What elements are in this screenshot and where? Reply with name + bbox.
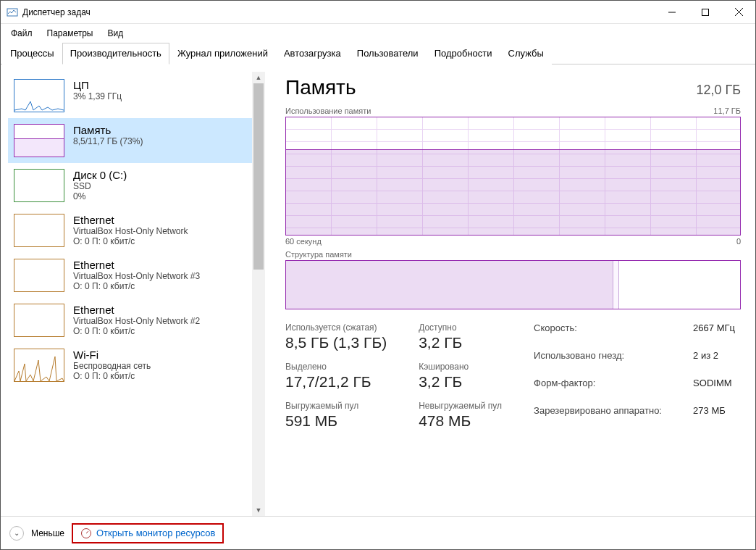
sidebar-item-sub2: О: 0 П: 0 кбит/с: [73, 281, 200, 291]
tab-users[interactable]: Пользователи: [349, 43, 427, 64]
stat-paged-label: Выгружаемый пул: [285, 401, 387, 411]
stat-avail-value: 3,2 ГБ: [419, 334, 502, 351]
sidebar-item-sub: VirtualBox Host-Only Network #3: [73, 271, 200, 281]
sidebar-item-sub: Беспроводная сеть: [73, 361, 151, 371]
page-title: Память: [285, 76, 356, 99]
sidebar-item-sub: VirtualBox Host-Only Network: [73, 226, 188, 236]
menu-file[interactable]: Файл: [4, 25, 40, 41]
stat-inuse-value: 8,5 ГБ (1,3 ГБ): [285, 334, 387, 351]
sidebar-item-label: Диск 0 (C:): [73, 169, 127, 181]
memory-capacity: 12,0 ГБ: [696, 83, 741, 98]
slots-key: Использовано гнезд:: [534, 350, 693, 375]
memory-usage-chart: [285, 117, 741, 236]
open-resource-monitor-label: Открыть монитор ресурсов: [96, 528, 215, 538]
resource-monitor-icon: [80, 528, 92, 539]
sidebar-item-wifi[interactable]: Wi-Fi Беспроводная сеть О: 0 П: 0 кбит/с: [8, 343, 252, 388]
sidebar-item-label: Ethernet: [73, 259, 200, 271]
memory-thumb: [14, 124, 64, 157]
tab-performance[interactable]: Производительность: [62, 43, 169, 64]
sidebar-item-memory[interactable]: Память 8,5/11,7 ГБ (73%): [8, 118, 252, 163]
sidebar-item-cpu[interactable]: ЦП 3% 1,39 ГГц: [8, 73, 252, 118]
tab-history[interactable]: Журнал приложений: [169, 43, 276, 64]
speed-value: 2667 МГц: [693, 322, 735, 347]
sidebar-item-sub: 3% 1,39 ГГц: [73, 91, 122, 101]
disk-thumb: [14, 169, 64, 202]
fewer-details-button[interactable]: Меньше: [31, 528, 64, 538]
tab-services[interactable]: Службы: [500, 43, 552, 64]
sidebar-item-ethernet2[interactable]: Ethernet VirtualBox Host-Only Network #2…: [8, 298, 252, 343]
titlebar: Диспетчер задач: [1, 1, 755, 24]
form-key: Форм-фактор:: [534, 378, 693, 402]
xaxis-right: 0: [736, 237, 741, 246]
composition-label: Структура памяти: [285, 250, 352, 259]
sidebar-item-label: ЦП: [73, 79, 122, 91]
wifi-thumb: [14, 349, 64, 382]
open-resource-monitor-link[interactable]: Открыть монитор ресурсов: [72, 523, 224, 543]
stat-commit-value: 17,7/21,2 ГБ: [285, 373, 387, 391]
menu-view[interactable]: Вид: [100, 25, 130, 41]
stat-inuse-label: Используется (сжатая): [285, 322, 387, 333]
memory-details: Скорость: 2667 МГц Использовано гнезд: 2…: [534, 322, 735, 430]
sidebar-item-sub: VirtualBox Host-Only Network #2: [73, 316, 200, 326]
sidebar-item-label: Память: [73, 124, 143, 136]
stat-cached-label: Кэшировано: [419, 362, 502, 372]
usage-chart-label: Использование памяти: [285, 107, 371, 115]
cpu-thumb: [14, 79, 64, 112]
stat-nonpaged-label: Невыгружаемый пул: [419, 401, 502, 411]
chevron-down-icon[interactable]: ⌄: [9, 526, 24, 541]
xaxis-left: 60 секунд: [285, 237, 322, 246]
sidebar-scrollbar[interactable]: [252, 72, 265, 516]
sidebar-item-sub2: О: 0 П: 0 кбит/с: [73, 326, 200, 336]
menu-options[interactable]: Параметры: [40, 25, 101, 41]
form-value: SODIMM: [693, 378, 735, 402]
svg-rect-2: [702, 9, 709, 15]
stat-avail-label: Доступно: [419, 322, 502, 333]
tabs: Процессы Производительность Журнал прило…: [1, 43, 755, 64]
maximize-button[interactable]: [689, 1, 722, 24]
slots-value: 2 из 2: [693, 350, 735, 375]
usage-chart-max: 11,7 ГБ: [713, 107, 741, 115]
ethernet-thumb: [14, 259, 64, 292]
tab-processes[interactable]: Процессы: [2, 43, 62, 64]
minimize-button[interactable]: [655, 1, 689, 24]
ethernet-thumb: [14, 304, 64, 337]
stat-nonpaged-value: 478 МБ: [419, 412, 502, 430]
sidebar-item-sub: 8,5/11,7 ГБ (73%): [73, 136, 143, 146]
task-manager-icon: [7, 7, 18, 18]
sidebar-item-sub2: О: 0 П: 0 кбит/с: [73, 371, 151, 381]
sidebar: ЦП 3% 1,39 ГГц Память 8,5/11,7 ГБ (73%) …: [1, 64, 252, 516]
window-title: Диспетчер задач: [22, 7, 655, 17]
stat-commit-label: Выделено: [285, 362, 387, 372]
sidebar-item-label: Ethernet: [73, 214, 188, 226]
memory-composition-chart: [285, 260, 741, 309]
close-button[interactable]: [722, 1, 755, 24]
menubar: Файл Параметры Вид: [1, 24, 755, 43]
stat-cached-value: 3,2 ГБ: [419, 373, 502, 391]
reserved-value: 273 МБ: [693, 405, 735, 430]
sidebar-item-sub2: 0%: [73, 191, 127, 201]
sidebar-item-sub2: О: 0 П: 0 кбит/с: [73, 236, 188, 246]
speed-key: Скорость:: [534, 322, 693, 347]
tab-startup[interactable]: Автозагрузка: [276, 43, 349, 64]
ethernet-thumb: [14, 214, 64, 247]
sidebar-item-label: Ethernet: [73, 304, 200, 316]
sidebar-item-disk0[interactable]: Диск 0 (C:) SSD 0%: [8, 163, 252, 208]
main-panel: Память 12,0 ГБ Использование памяти 11,7…: [265, 64, 755, 516]
reserved-key: Зарезервировано аппаратно:: [534, 405, 693, 430]
sidebar-item-ethernet0[interactable]: Ethernet VirtualBox Host-Only Network О:…: [8, 208, 252, 253]
sidebar-item-label: Wi-Fi: [73, 349, 151, 361]
sidebar-item-sub: SSD: [73, 181, 127, 191]
stat-paged-value: 591 МБ: [285, 412, 387, 430]
tab-details[interactable]: Подробности: [427, 43, 500, 64]
sidebar-item-ethernet1[interactable]: Ethernet VirtualBox Host-Only Network #3…: [8, 253, 252, 298]
